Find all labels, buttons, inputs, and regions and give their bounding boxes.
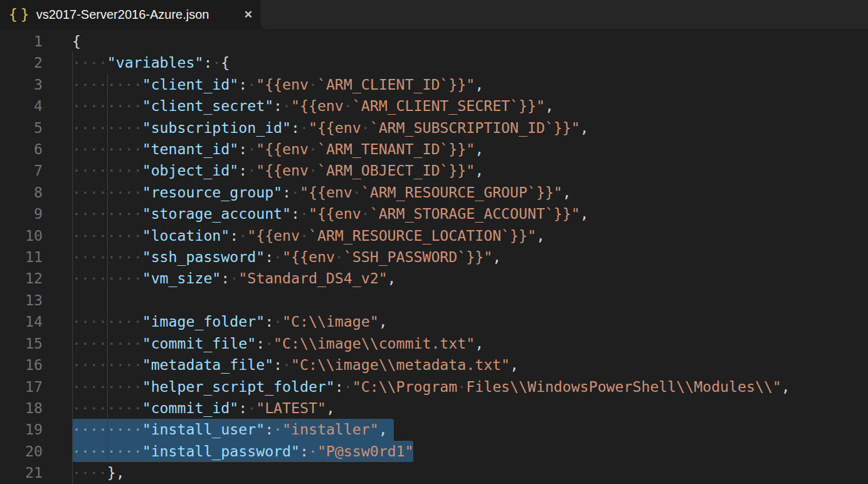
- code-line[interactable]: ········"ssh_password":·"{{env·`SSH_PASS…: [72, 246, 868, 268]
- json-key: "metadata_file": [142, 356, 273, 373]
- line-number: 18: [0, 397, 56, 419]
- whitespace-dots: ·: [282, 356, 291, 373]
- code-line[interactable]: ········"vm_size":·"Standard_DS4_v2",: [72, 268, 868, 289]
- whitespace-dots: ·: [282, 97, 291, 114]
- json-key: "client_secret": [142, 97, 273, 114]
- code-editor[interactable]: 123456789101112131415161718192021 {····"…: [0, 29, 868, 484]
- whitespace-dots: ········: [72, 421, 142, 438]
- whitespace-dots: ·: [273, 313, 282, 330]
- code-line[interactable]: ········"storage_account":·"{{env·`ARM_S…: [72, 203, 868, 224]
- whitespace-dots: ·: [309, 443, 317, 460]
- json-string-value: "{{env: [291, 97, 344, 114]
- code-line[interactable]: {: [72, 31, 868, 52]
- whitespace-dots: ····: [72, 54, 107, 71]
- code-line[interactable]: ········"install_user":·"installer",: [72, 419, 868, 440]
- code-line[interactable]: ········"location":·"{{env·`ARM_RESOURCE…: [72, 225, 868, 246]
- line-number: 16: [0, 354, 56, 376]
- whitespace-dots: ·: [273, 248, 282, 265]
- json-key: "client_id": [142, 76, 239, 93]
- whitespace-dots: ·: [247, 140, 256, 157]
- whitespace-dots: ·: [273, 421, 282, 438]
- whitespace-dots: ·: [300, 205, 309, 222]
- whitespace-dots: ········: [72, 443, 142, 460]
- json-string-value: "{{env: [309, 119, 361, 136]
- json-punctuation: ,: [580, 205, 589, 222]
- json-string-value: "C:\\image": [282, 313, 379, 330]
- json-punctuation: ,: [492, 248, 501, 265]
- json-key: "location": [142, 227, 230, 244]
- json-punctuation: :: [291, 205, 300, 222]
- json-punctuation: :: [273, 97, 282, 114]
- json-string-value: "{{env: [309, 205, 361, 222]
- whitespace-dots: ········: [72, 378, 142, 395]
- json-punctuation: ,: [475, 76, 484, 93]
- json-string-value: `SSH_PASSWORD`}}": [344, 248, 492, 265]
- whitespace-dots: ········: [72, 313, 142, 330]
- code-line[interactable]: ········"image_folder":·"C:\\image",: [72, 311, 868, 332]
- json-punctuation: :: [238, 140, 247, 157]
- line-number: 2: [0, 52, 56, 73]
- json-key: "install_user": [142, 421, 265, 438]
- code-line[interactable]: ····},: [72, 462, 868, 483]
- code-lines[interactable]: {····"variables":·{········"client_id":·…: [56, 31, 868, 484]
- json-punctuation: ,: [379, 313, 388, 330]
- json-string-value: "LATEST": [256, 399, 326, 416]
- tab-vs2017-server2016-azure-json[interactable]: {} vs2017-Server2016-Azure.json ✕: [0, 0, 260, 29]
- json-punctuation: ,: [379, 421, 388, 438]
- code-line[interactable]: ····"variables":·{: [72, 52, 868, 73]
- json-string-value: "{{env: [247, 227, 300, 244]
- line-number: 13: [0, 290, 56, 311]
- json-punctuation: :: [300, 443, 309, 460]
- json-punctuation: ,: [475, 162, 484, 179]
- close-icon[interactable]: ✕: [244, 9, 253, 20]
- code-line[interactable]: ········"helper_script_folder":·"C:\\Pro…: [72, 376, 868, 397]
- line-number: 1: [0, 31, 56, 52]
- json-punctuation: :: [238, 399, 247, 416]
- tab-bar: {} vs2017-Server2016-Azure.json ✕: [0, 0, 868, 29]
- code-line[interactable]: ········"install_password":·"P@ssw0rd1": [72, 441, 868, 462]
- whitespace-dots: ····: [72, 464, 107, 481]
- code-line[interactable]: ········"subscription_id":·"{{env·`ARM_S…: [72, 117, 868, 139]
- code-line[interactable]: ········"commit_file":·"C:\\image\\commi…: [72, 333, 868, 354]
- json-key: "vm_size": [142, 270, 221, 287]
- line-number: 12: [0, 268, 56, 289]
- json-punctuation: ,: [326, 399, 335, 416]
- json-punctuation: :: [282, 184, 291, 201]
- selected-text: ········"install_password":·"P@ssw0rd1": [72, 441, 413, 462]
- json-key: "install_password": [142, 443, 300, 460]
- line-number: 9: [0, 203, 56, 224]
- code-line[interactable]: ········"tenant_id":·"{{env·`ARM_TENANT_…: [72, 139, 868, 160]
- json-key: "helper_script_folder": [142, 378, 335, 395]
- json-punctuation: :: [203, 54, 212, 71]
- code-line[interactable]: ········"client_id":·"{{env·`ARM_CLIENT_…: [72, 74, 868, 95]
- json-string-value: "{{env: [282, 248, 335, 265]
- json-string-value: "Standard_DS4_v2": [238, 270, 387, 287]
- whitespace-dots: ·: [309, 76, 317, 93]
- json-punctuation: ,: [475, 335, 484, 352]
- json-key: "variables": [107, 54, 204, 71]
- code-line[interactable]: ········"client_secret":·"{{env·`ARM_CLI…: [72, 95, 868, 117]
- line-number: 20: [0, 441, 56, 462]
- whitespace-dots: ········: [72, 205, 142, 222]
- code-line[interactable]: ········"metadata_file":·"C:\\image\\met…: [72, 354, 868, 376]
- whitespace-dots: ········: [72, 248, 142, 265]
- line-number: 6: [0, 139, 56, 160]
- json-string-value: Files\\WindowsPowerShell\\Modules\\": [466, 378, 781, 395]
- tab-title: vs2017-Server2016-Azure.json: [36, 8, 209, 22]
- whitespace-dots: ·: [457, 378, 466, 395]
- line-number: 8: [0, 182, 56, 203]
- code-line[interactable]: [72, 290, 868, 311]
- whitespace-dots: ········: [72, 184, 142, 201]
- code-line[interactable]: ········"object_id":·"{{env·`ARM_OBJECT_…: [72, 160, 868, 181]
- json-punctuation: :: [265, 248, 273, 265]
- json-string-value: `ARM_STORAGE_ACCOUNT`}}": [370, 205, 580, 222]
- whitespace-dots: ·: [361, 119, 370, 136]
- json-punctuation: ,: [510, 356, 519, 373]
- whitespace-dots: ········: [72, 356, 142, 373]
- code-line[interactable]: ········"resource_group":·"{{env·`ARM_RE…: [72, 182, 868, 203]
- json-string-value: `ARM_CLIENT_SECRET`}}": [352, 97, 545, 114]
- code-line[interactable]: ········"commit_id":·"LATEST",: [72, 397, 868, 419]
- whitespace-dots: ·: [238, 227, 247, 244]
- whitespace-dots: ········: [72, 162, 142, 179]
- whitespace-dots: ·: [361, 205, 370, 222]
